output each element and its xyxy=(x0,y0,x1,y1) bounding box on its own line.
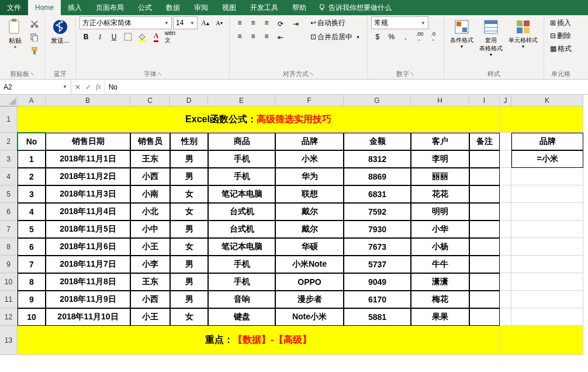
decrease-indent-button[interactable]: ⇤ xyxy=(274,31,287,44)
bold-button[interactable]: B xyxy=(79,30,92,43)
column-header[interactable]: G xyxy=(344,95,411,106)
data-cell[interactable]: 7 xyxy=(18,256,46,273)
data-cell[interactable]: 男 xyxy=(170,168,208,185)
column-header[interactable]: I xyxy=(469,95,500,106)
cell[interactable] xyxy=(511,221,583,238)
header-cell[interactable]: 金额 xyxy=(344,133,411,150)
column-header[interactable]: J xyxy=(500,95,511,106)
data-cell[interactable] xyxy=(469,203,500,221)
data-cell[interactable]: 男 xyxy=(170,221,208,238)
data-cell[interactable]: 小米 xyxy=(275,150,344,168)
data-cell[interactable]: 小王 xyxy=(130,308,170,326)
header-cell[interactable]: 品牌 xyxy=(511,133,583,150)
data-cell[interactable]: 8869 xyxy=(344,168,411,185)
row-header[interactable]: 10 xyxy=(0,273,18,291)
cell[interactable] xyxy=(500,273,511,291)
data-cell[interactable]: 小北 xyxy=(130,203,170,221)
cell[interactable] xyxy=(500,291,511,308)
row-header[interactable]: 8 xyxy=(0,238,18,256)
cell[interactable] xyxy=(500,168,511,185)
data-cell[interactable]: 小李 xyxy=(130,256,170,273)
data-cell[interactable]: 5 xyxy=(18,221,46,238)
cell[interactable] xyxy=(511,291,583,308)
data-cell[interactable]: 小中 xyxy=(130,221,170,238)
align-center-button[interactable]: ≡ xyxy=(247,30,260,43)
data-cell[interactable]: 6831 xyxy=(344,185,411,203)
copy-button[interactable] xyxy=(28,31,41,44)
row-header[interactable]: 1 xyxy=(0,106,18,133)
data-cell[interactable]: 戴尔 xyxy=(275,203,344,221)
data-cell[interactable] xyxy=(469,273,500,291)
data-cell[interactable]: 台式机 xyxy=(208,203,275,221)
data-cell[interactable]: 男 xyxy=(170,291,208,308)
data-cell[interactable] xyxy=(469,150,500,168)
data-cell[interactable] xyxy=(469,221,500,238)
row-header[interactable]: 5 xyxy=(0,185,18,203)
active-cell[interactable]: No xyxy=(18,133,46,150)
data-cell[interactable]: 10 xyxy=(18,308,46,326)
insert-function-button[interactable]: fx xyxy=(96,82,101,91)
dialog-launcher-icon[interactable]: ⤡ xyxy=(30,71,34,77)
data-cell[interactable]: 键盘 xyxy=(208,308,275,326)
merge-center-button[interactable]: ⊡合并后居中▼ xyxy=(307,30,364,43)
data-cell[interactable]: 小米Note xyxy=(275,256,344,273)
comma-format-button[interactable]: , xyxy=(399,30,412,43)
data-cell[interactable]: 小西 xyxy=(130,291,170,308)
data-cell[interactable]: OPPO xyxy=(275,273,344,291)
data-cell[interactable]: 王东 xyxy=(130,150,170,168)
data-cell[interactable]: 5881 xyxy=(344,308,411,326)
decrease-font-button[interactable]: A▾ xyxy=(213,16,226,29)
data-cell[interactable]: Note小米 xyxy=(275,308,344,326)
number-format-combo[interactable]: 常规▼ xyxy=(371,16,428,29)
data-cell[interactable]: 女 xyxy=(170,203,208,221)
header-cell[interactable]: 性别 xyxy=(170,133,208,150)
tell-me-search[interactable]: 告诉我你想要做什么 xyxy=(318,3,392,13)
data-cell[interactable]: 7592 xyxy=(344,203,411,221)
data-cell[interactable]: 小西 xyxy=(130,168,170,185)
data-cell[interactable]: 2018年11月10日 xyxy=(46,308,130,326)
data-cell[interactable]: 丽丽 xyxy=(411,168,469,185)
align-right-button[interactable]: ≡ xyxy=(260,30,273,43)
data-cell[interactable]: 1 xyxy=(18,150,46,168)
data-cell[interactable]: 2018年11月4日 xyxy=(46,203,130,221)
cancel-formula-button[interactable]: ✕ xyxy=(75,83,81,91)
data-cell[interactable]: 牛牛 xyxy=(411,256,469,273)
italic-button[interactable]: I xyxy=(94,30,106,43)
data-cell[interactable]: 2 xyxy=(18,168,46,185)
cell[interactable] xyxy=(500,308,511,326)
cell[interactable] xyxy=(500,150,511,168)
header-cell[interactable]: 商品 xyxy=(208,133,275,150)
column-header[interactable]: K xyxy=(511,95,583,106)
fill-color-button[interactable] xyxy=(136,30,148,43)
header-cell[interactable]: 品牌 xyxy=(275,133,344,150)
increase-decimal-button[interactable]: .00→ xyxy=(413,30,426,43)
border-button[interactable] xyxy=(122,30,134,43)
cell[interactable] xyxy=(511,168,583,185)
row-header[interactable]: 12 xyxy=(0,308,18,326)
data-cell[interactable]: 联想 xyxy=(275,185,344,203)
title-cell[interactable]: Excel函数公式：高级筛选实用技巧 xyxy=(18,106,500,133)
data-cell[interactable]: 潇潇 xyxy=(411,273,469,291)
data-cell[interactable]: 9049 xyxy=(344,273,411,291)
data-cell[interactable]: 小南 xyxy=(130,185,170,203)
tab-page-layout[interactable]: 页面布局 xyxy=(89,0,131,15)
data-cell[interactable] xyxy=(469,185,500,203)
cell-styles-button[interactable]: 单元格样式▼ xyxy=(506,16,540,50)
conditional-format-button[interactable]: 条件格式▼ xyxy=(448,16,476,50)
dialog-launcher-icon[interactable]: ⤡ xyxy=(310,71,314,77)
column-header[interactable]: E xyxy=(208,95,275,106)
row-header[interactable]: 9 xyxy=(0,256,18,273)
data-cell[interactable]: 5737 xyxy=(344,256,411,273)
align-top-button[interactable]: ≡ xyxy=(233,16,246,29)
cell[interactable] xyxy=(511,203,583,221)
data-cell[interactable]: 男 xyxy=(170,150,208,168)
insert-cells-button[interactable]: ⊞插入 xyxy=(548,16,573,29)
cell[interactable] xyxy=(511,308,583,326)
data-cell[interactable]: 手机 xyxy=(208,256,275,273)
data-cell[interactable] xyxy=(469,256,500,273)
data-cell[interactable]: 手机 xyxy=(208,168,275,185)
tab-home[interactable]: Home xyxy=(28,0,61,15)
column-header[interactable]: D xyxy=(170,95,208,106)
data-cell[interactable]: 2018年11月1日 xyxy=(46,150,130,168)
column-header[interactable]: C xyxy=(130,95,170,106)
